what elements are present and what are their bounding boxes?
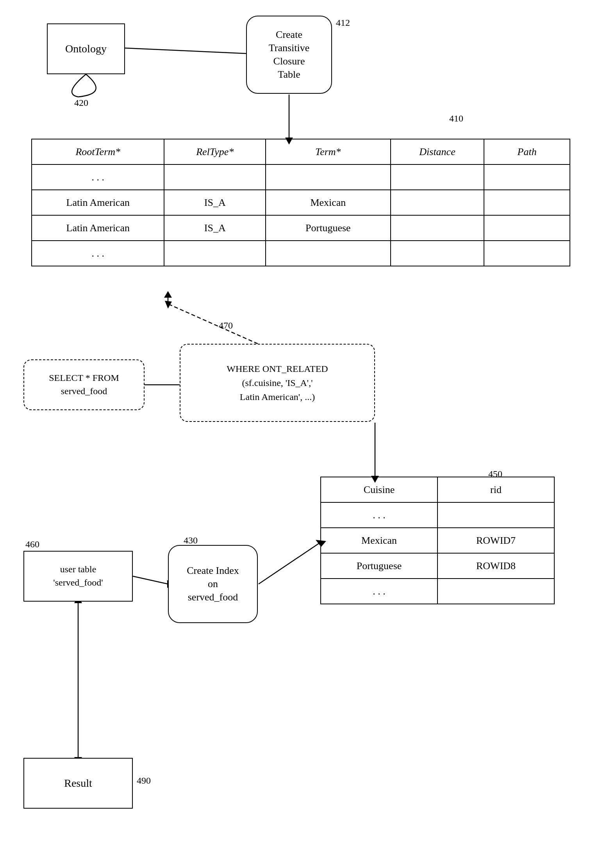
cuisine-cell: Mexican [321, 528, 437, 553]
cell-reltype [164, 164, 266, 190]
cuisine-cell: . . . [321, 579, 437, 604]
cell-distance [391, 215, 484, 241]
main-table: RootTerm* RelType* Term* Distance Path .… [31, 139, 570, 266]
where-text: WHERE ONT_RELATED(sf.cuisine, 'IS_A','La… [227, 362, 328, 404]
label-490: 490 [137, 775, 151, 786]
cell-distance [391, 241, 484, 266]
diagram-svg [0, 0, 616, 852]
cell-term [266, 241, 391, 266]
label-410: 410 [449, 113, 463, 124]
cell-path [484, 241, 570, 266]
label-470: 470 [219, 320, 233, 331]
svg-line-0 [125, 48, 246, 54]
cell-rootterm: Latin American [32, 215, 164, 241]
table-row: Latin American IS_A Mexican [32, 190, 570, 215]
cell-reltype [164, 241, 266, 266]
cell-path [484, 215, 570, 241]
cell-distance [391, 164, 484, 190]
cell-path [484, 164, 570, 190]
svg-line-4 [168, 304, 258, 344]
cell-term [266, 164, 391, 190]
table-row: Latin American IS_A Portuguese [32, 215, 570, 241]
rid-cell: ROWID8 [437, 553, 554, 579]
result-label: Result [64, 777, 92, 789]
diagram-container: Ontology 412 CreateTransitiveClosureTabl… [0, 0, 616, 852]
create-index-box: Create Indexonserved_food [168, 545, 258, 623]
col-distance: Distance [391, 139, 484, 164]
label-420: 420 [74, 98, 88, 108]
user-table-text: user table'served_food' [53, 563, 103, 589]
where-box: WHERE ONT_RELATED(sf.cuisine, 'IS_A','La… [180, 344, 375, 422]
cuisine-row: Mexican ROWID7 [321, 528, 554, 553]
label-412: 412 [336, 18, 350, 28]
col-path: Path [484, 139, 570, 164]
svg-line-11 [133, 576, 168, 584]
label-460: 460 [25, 539, 39, 550]
closure-box: CreateTransitiveClosureTable [246, 16, 332, 94]
cuisine-row: . . . [321, 579, 554, 604]
cell-term: Portuguese [266, 215, 391, 241]
label-430: 430 [184, 535, 198, 546]
svg-line-13 [259, 543, 320, 584]
cell-distance [391, 190, 484, 215]
cell-path [484, 190, 570, 215]
create-index-text: Create Indexonserved_food [187, 564, 239, 604]
ontology-box: Ontology [47, 23, 125, 74]
col-rid: rid [437, 477, 554, 502]
cuisine-cell: Portuguese [321, 553, 437, 579]
cell-term: Mexican [266, 190, 391, 215]
col-reltype: RelType* [164, 139, 266, 164]
col-rootterm: RootTerm* [32, 139, 164, 164]
table-row: . . . [32, 164, 570, 190]
table-row: . . . [32, 241, 570, 266]
select-box: SELECT * FROMserved_food [23, 359, 145, 410]
rid-cell [437, 579, 554, 604]
rid-cell: ROWID7 [437, 528, 554, 553]
cell-rootterm: . . . [32, 164, 164, 190]
user-table-box: user table'served_food' [23, 551, 133, 602]
cuisine-row: . . . [321, 502, 554, 528]
cell-rootterm: . . . [32, 241, 164, 266]
cuisine-row: Portuguese ROWID8 [321, 553, 554, 579]
select-text: SELECT * FROMserved_food [49, 372, 119, 398]
ontology-label: Ontology [65, 43, 107, 55]
rid-cell [437, 502, 554, 528]
cuisine-table: Cuisine rid . . . Mexican ROWID7 Portugu… [320, 477, 555, 604]
result-box: Result [23, 758, 133, 809]
cuisine-cell: . . . [321, 502, 437, 528]
cell-reltype: IS_A [164, 190, 266, 215]
closure-label: CreateTransitiveClosureTable [269, 28, 310, 81]
col-cuisine: Cuisine [321, 477, 437, 502]
cell-rootterm: Latin American [32, 190, 164, 215]
col-term: Term* [266, 139, 391, 164]
cell-reltype: IS_A [164, 215, 266, 241]
svg-marker-7 [164, 291, 172, 298]
svg-marker-5 [165, 301, 172, 309]
